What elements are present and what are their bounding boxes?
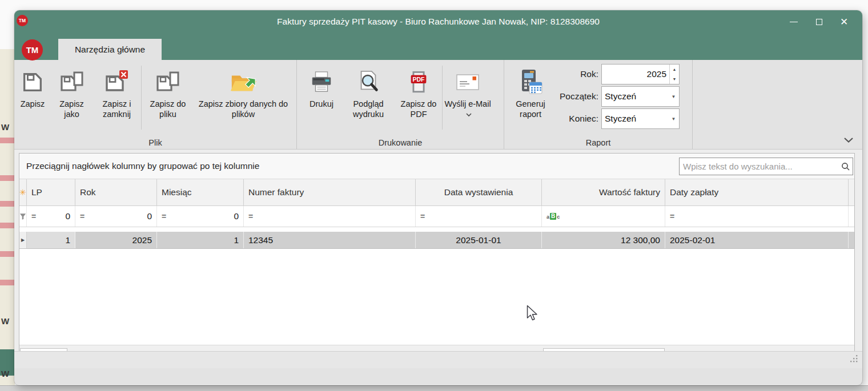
search-icon[interactable] <box>839 162 853 171</box>
maximize-button[interactable] <box>806 13 831 30</box>
window-controls: ✕ <box>781 13 857 30</box>
generuj-raport-button[interactable]: Generuj raport <box>508 60 553 139</box>
equals-operator-icon[interactable]: = <box>31 212 36 221</box>
column-header-data-wystawienia[interactable]: Data wystawienia <box>416 179 542 205</box>
titlebar: TM Faktury sprzedaży PIT kasowy - Biuro … <box>14 10 862 34</box>
zapisz-do-pliku-button[interactable]: Zapisz do pliku <box>142 60 194 139</box>
save-to-file-icon <box>154 68 182 96</box>
search-box[interactable] <box>679 158 853 175</box>
spin-down-icon[interactable]: ▼ <box>670 74 679 84</box>
rok-value[interactable]: 2025 <box>602 65 669 84</box>
rok-label: Rok: <box>554 69 601 79</box>
column-header-daty-zaplaty[interactable]: Daty zapłaty <box>665 179 849 205</box>
search-input[interactable] <box>680 162 839 171</box>
group-by-panel[interactable]: Przeciągnij nagłówek kolumny by grupować… <box>19 154 854 179</box>
column-header-wartosc-faktury[interactable]: Wartość faktury <box>542 179 665 205</box>
save-as-icon <box>58 68 86 96</box>
cell-daty-zaplaty[interactable]: 2025-02-01 <box>665 232 849 248</box>
poczatek-value[interactable]: Styczeń <box>602 87 668 106</box>
cell-miesiac[interactable]: 1 <box>157 232 244 248</box>
zapisz-do-pdf-button[interactable]: PDF Zapisz do PDF <box>395 60 442 139</box>
svg-text:PDF: PDF <box>413 76 425 83</box>
filter-filler <box>849 206 854 227</box>
column-header-rok[interactable]: Rok <box>75 179 157 205</box>
equals-operator-icon[interactable]: = <box>162 212 166 221</box>
tab-narzedzia-glowne[interactable]: Narzędzia główne <box>58 39 162 60</box>
grid-empty-area[interactable] <box>19 249 854 345</box>
poczatek-label: Początek: <box>554 91 601 102</box>
window-title: Faktury sprzedaży PIT kasowy - Biuro Rac… <box>14 17 862 27</box>
ribbon-collapse-button[interactable] <box>843 135 854 146</box>
wyslij-email-button[interactable]: Wyślij e-Mail <box>443 60 493 139</box>
email-label-text: Wyślij e-Mail <box>444 99 491 108</box>
table-row-selected[interactable]: ▶ 1 2025 1 12345 2025-01-01 12 300,00 20… <box>19 232 854 249</box>
button-label: Zapisz i zamknij <box>93 99 141 119</box>
equals-operator-icon[interactable]: = <box>670 212 674 221</box>
cell-lp[interactable]: 1 <box>27 232 75 248</box>
equals-operator-icon[interactable]: = <box>80 212 85 221</box>
equals-operator-icon[interactable]: = <box>420 212 425 221</box>
filter-cell-numer[interactable]: = <box>244 206 416 227</box>
column-header-miesiac[interactable]: Miesiąc <box>157 179 244 205</box>
header-indicator-cell: ✳ <box>19 179 27 205</box>
koniec-value[interactable]: Styczeń <box>602 109 668 128</box>
email-icon <box>454 68 481 96</box>
button-label: Generuj raport <box>508 99 553 119</box>
dropdown-arrow-icon[interactable]: ▼ <box>668 109 679 128</box>
poczatek-field-row: Początek: Styczeń ▼ <box>554 86 689 107</box>
desktop: W W W TM Faktury sprzedaży PIT kasowy - … <box>0 0 868 391</box>
filter-funnel-icon <box>19 213 26 220</box>
koniec-field-row: Koniec: Styczeń ▼ <box>554 108 689 130</box>
poczatek-dropdown[interactable]: Styczeń ▼ <box>601 86 680 107</box>
resize-grip[interactable] <box>850 354 858 365</box>
button-label: Podgląd wydruku <box>341 99 395 119</box>
maximize-icon <box>816 19 822 25</box>
button-label: Zapisz do PDF <box>395 99 442 119</box>
cell-numer-faktury[interactable]: 12345 <box>244 232 416 248</box>
cell-data-wystawienia[interactable]: 2025-01-01 <box>416 232 542 248</box>
dropdown-arrow-icon[interactable]: ▼ <box>668 87 679 106</box>
button-label: Zapisz zbiory danych do plików <box>194 99 292 119</box>
header-filler <box>849 179 854 205</box>
filter-value[interactable]: 0 <box>65 211 70 221</box>
current-row-arrow-icon: ▶ <box>21 237 25 243</box>
cell-rok[interactable]: 2025 <box>75 232 157 248</box>
spin-up-icon[interactable]: ▲ <box>670 65 679 74</box>
filter-cell-rok[interactable]: =0 <box>75 206 157 227</box>
close-button[interactable]: ✕ <box>831 13 857 30</box>
equals-operator-icon[interactable]: = <box>248 212 253 221</box>
zapisz-i-zamknij-button[interactable]: Zapisz i zamknij <box>93 60 141 139</box>
rok-spinner[interactable]: 2025 ▲▼ <box>601 64 680 84</box>
minimize-button[interactable] <box>781 13 806 30</box>
column-header-numer-faktury[interactable]: Numer faktury <box>244 179 416 205</box>
abc-contains-icon[interactable]: aBc <box>546 213 560 220</box>
filter-cell-lp[interactable]: =0 <box>27 206 75 227</box>
podglad-wydruku-button[interactable]: Podgląd wydruku <box>341 60 395 139</box>
zapisz-zbiory-button[interactable]: Zapisz zbiory danych do plików <box>194 60 292 139</box>
close-icon: ✕ <box>840 17 848 27</box>
zapisz-jako-button[interactable]: Zapisz jako <box>51 60 93 139</box>
filter-cell-wartosc[interactable]: aBc <box>542 206 665 227</box>
filter-cell-data-wystawienia[interactable]: = <box>416 206 542 227</box>
bg-text: W <box>1 316 9 326</box>
column-header-lp[interactable]: LP <box>27 179 75 205</box>
group-label-drukowanie: Drukowanie <box>297 138 504 147</box>
cell-wartosc-faktury[interactable]: 12 300,00 <box>542 232 665 248</box>
filter-value[interactable]: 0 <box>234 211 239 221</box>
row-indicator-cell: ▶ <box>19 232 27 248</box>
app-menu-button[interactable]: TM <box>22 39 43 61</box>
filter-cell-miesiac[interactable]: =0 <box>157 206 244 227</box>
ribbon-tabstrip: TM Narzędzia główne <box>14 34 862 60</box>
chevron-down-icon <box>466 113 472 117</box>
zapisz-button[interactable]: Zapisz <box>14 60 51 139</box>
button-label: Drukuj <box>310 99 333 109</box>
save-icon <box>19 68 46 96</box>
mouse-cursor <box>527 305 541 324</box>
button-label: Zapisz jako <box>51 99 93 119</box>
filter-value[interactable]: 0 <box>147 211 152 221</box>
drukuj-button[interactable]: Drukuj <box>302 60 341 139</box>
rok-field-row: Rok: 2025 ▲▼ <box>554 63 689 85</box>
koniec-dropdown[interactable]: Styczeń ▼ <box>601 108 680 129</box>
filter-cell-daty-zaplaty[interactable]: = <box>665 206 849 227</box>
group-label-raport: Raport <box>504 138 692 147</box>
